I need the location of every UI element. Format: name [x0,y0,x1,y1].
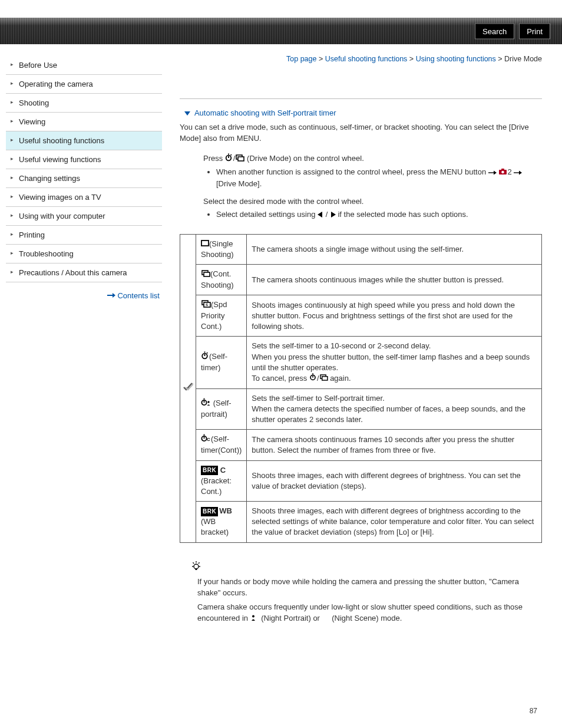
svg-point-35 [207,401,209,403]
sidebar-item-printing[interactable]: Printing [6,226,162,245]
arrow-right-icon [107,291,115,297]
svg-marker-16 [331,212,336,218]
table-row: BRKWB(WB bracket) Shoots three images, e… [180,502,542,543]
table-row: C(Self-timer(Cont)) The camera shoots co… [180,430,542,460]
print-button[interactable]: Print [519,23,550,39]
breadcrumb-sub[interactable]: Using shooting functions [416,55,496,63]
table-row: (Single Shooting) The camera shoots a si… [180,234,542,265]
breadcrumb-current: Drive Mode [504,55,542,63]
mode-desc: Shoots three images, each with different… [247,460,542,502]
svg-text:C: C [207,437,210,442]
step-2-bullet: Select detailed settings using / if the … [216,209,542,220]
drive-mode-table: (Single Shooting) The camera shoots a si… [180,234,542,543]
divider [180,98,542,99]
svg-point-12 [502,171,505,174]
mode-desc: Sets the self-timer to a 10-second or 2-… [247,337,542,388]
svg-marker-15 [318,212,322,218]
svg-rect-31 [322,377,327,380]
sidebar-nav: Before Use Operating the camera Shooting… [0,44,162,728]
sidebar-item-before-use[interactable]: Before Use [6,56,162,75]
step-2: Select the desired mode with the control… [203,196,542,221]
triangle-down-icon [184,111,190,116]
breadcrumb: Top page > Useful shooting functions > U… [180,55,542,63]
check-icon [183,381,193,395]
step-1: Press / (Drive Mode) on the control whee… [203,153,542,190]
timer-person-icon [201,398,211,409]
svg-rect-19 [204,272,210,276]
top-header: Search Print [0,0,562,44]
continuous-icon [235,153,244,165]
mode-desc: Sets the self-timer to Self-portrait tim… [247,388,542,430]
mode-desc: The camera shoots a single image without… [247,234,542,265]
sidebar-item-troubleshooting[interactable]: Troubleshooting [6,245,162,263]
svg-line-43 [193,562,194,564]
sidebar-item-shooting[interactable]: Shooting [6,94,162,113]
svg-line-5 [230,154,231,155]
breadcrumb-cat[interactable]: Useful shooting functions [325,55,408,63]
svg-marker-9 [494,170,497,174]
brk-badge-icon: BRK [201,507,218,516]
timer-cont-icon: C [201,434,211,445]
breadcrumb-top[interactable]: Top page [286,55,316,63]
sidebar-item-viewing-tv[interactable]: Viewing images on a TV [6,188,162,207]
timer-icon [201,351,209,363]
hint-text: If your hands or body move while holding… [180,576,542,625]
sidebar-item-useful-shooting[interactable]: Useful shooting functions [6,131,162,150]
table-row: (Cont. Shooting) The camera shoots conti… [180,265,542,295]
step-1-bullet: When another function is assigned to the… [216,166,542,190]
sidebar-item-precautions[interactable]: Precautions / About this camera [6,263,162,282]
triangle-left-icon [318,209,323,221]
speed-continuous-icon: S [201,300,211,311]
mode-desc: Shoots three images, each with different… [247,502,542,543]
main-content: Top page > Useful shooting functions > U… [162,44,554,728]
svg-point-47 [252,615,254,617]
table-row: (Self-portrait) Sets the self-timer to S… [180,388,542,430]
arrow-right-icon [514,167,522,179]
svg-line-44 [199,562,200,564]
svg-marker-1 [113,293,115,298]
contents-list-link[interactable]: Contents list [117,291,160,300]
night-scene-icon [322,613,330,625]
svg-point-40 [194,564,199,569]
continuous-icon [201,269,210,280]
sidebar-item-operating-camera[interactable]: Operating the camera [6,75,162,94]
sidebar-item-computer[interactable]: Using with your computer [6,207,162,226]
timer-icon [309,373,317,384]
svg-rect-11 [501,169,504,170]
table-row: S(Spd Priority Cont.) Shoots images cont… [180,295,542,337]
svg-text:S: S [206,303,208,307]
continuous-icon [319,373,328,384]
page-number: 87 [180,707,542,715]
svg-rect-17 [201,241,209,246]
hint-icon [180,561,542,574]
mode-desc: The camera shoots continuous frames 10 s… [247,430,542,460]
svg-marker-14 [519,170,522,174]
header-button-group: Search Print [475,23,550,39]
single-shot-icon [201,239,209,249]
mode-desc: The camera shoots continuous images whil… [247,265,542,295]
sidebar-item-useful-viewing[interactable]: Useful viewing functions [6,150,162,169]
svg-rect-7 [238,157,244,161]
arrow-right-icon [488,167,497,179]
sidebar-item-viewing[interactable]: Viewing [6,113,162,131]
timer-icon [225,153,233,165]
svg-point-27 [310,375,315,380]
table-row: BRK C(Bracket: Cont.) Shoots three image… [180,460,542,502]
intro-text: You can set a drive mode, such as contin… [180,122,542,144]
self-portrait-anchor[interactable]: Automatic shooting with Self-portrait ti… [194,108,336,117]
table-row: (Self-timer) Sets the self-timer to a 10… [180,337,542,388]
svg-line-26 [207,353,207,353]
triangle-right-icon [330,209,336,221]
svg-rect-41 [196,568,197,570]
sidebar-item-changing-settings[interactable]: Changing settings [6,169,162,188]
brk-badge-icon: BRK [201,466,218,475]
search-button[interactable]: Search [475,23,514,39]
night-portrait-icon [250,613,259,625]
camera-icon [498,167,507,179]
mode-desc: Shoots images continuously at high speed… [247,295,542,337]
